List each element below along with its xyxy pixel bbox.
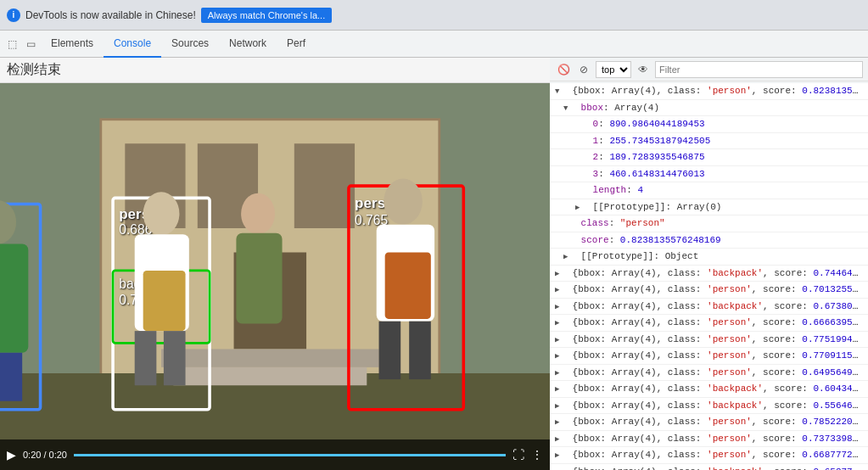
page-title: 检测结束 [7,61,61,79]
console-line-item-4[interactable]: {bbox: Array(4), class: 'person', score:… [550,315,868,332]
console-line-prototype-array[interactable]: [[Prototype]]: Array(0) [550,199,868,216]
expand-arrow [555,269,563,281]
video-container: person 0.713 person 0.686 backpack 0.727 [0,83,550,470]
svg-rect-24 [143,271,186,331]
cursor-icon[interactable]: ⬚ [3,36,20,53]
tab-performance[interactable]: Perf [277,31,316,58]
svg-rect-26 [164,331,186,385]
tab-network[interactable]: Network [219,31,277,58]
video-controls: ▶ 0:20 / 0:20 ⛶ ⋮ [0,439,550,470]
fullscreen-button[interactable]: ⛶ [512,448,524,462]
main-content: person 0.713 person 0.686 backpack 0.727 [0,83,868,470]
console-line-item-13[interactable]: {bbox: Array(4), class: 'backpack', scor… [550,464,868,471]
context-selector[interactable]: top [596,61,631,78]
play-button[interactable]: ▶ [7,448,16,462]
console-toolbar: 🚫 ⊘ top 👁 [550,58,868,81]
expand-arrow [555,285,563,297]
console-line-item-9[interactable]: {bbox: Array(4), class: 'backpack', scor… [550,398,868,415]
expand-arrow [555,384,563,396]
console-line-score[interactable]: score: 0.8238135576248169 [550,232,868,249]
progress-fill [74,454,506,456]
console-line-item-11[interactable]: {bbox: Array(4), class: 'person', score:… [550,431,868,448]
console-line-item-1[interactable]: {bbox: Array(4), class: 'backpack', scor… [550,266,868,283]
console-line-main[interactable]: {bbox: Array(4), class: 'person', score:… [550,83,868,100]
mobile-icon[interactable]: ▭ [22,36,39,53]
console-line-item-5[interactable]: {bbox: Array(4), class: 'person', score:… [550,332,868,349]
expand-arrow [555,318,563,330]
info-icon: i [7,8,20,22]
match-language-button[interactable]: Always match Chrome's la... [201,8,332,23]
console-line-bbox-length[interactable]: length: 4 [550,182,868,199]
console-line-class[interactable]: class: "person" [550,215,868,232]
svg-rect-25 [135,331,157,385]
devtools-notification-bar: i DevTools is now available in Chinese! … [0,0,868,31]
svg-point-35 [241,193,275,234]
eye-icon[interactable]: 👁 [635,61,652,78]
svg-rect-4 [294,143,355,228]
expand-arrow [555,368,563,380]
svg-rect-13 [0,244,28,353]
svg-rect-32 [385,253,431,319]
tab-elements[interactable]: Elements [41,31,104,58]
expand-arrow [555,401,563,413]
console-line-bbox[interactable]: bbox: Array(4) [550,100,868,117]
tab-sources[interactable]: Sources [161,31,219,58]
console-line-item-10[interactable]: {bbox: Array(4), class: 'person', score:… [550,414,868,431]
progress-bar[interactable] [74,454,506,456]
expand-arrow [555,434,563,446]
expand-arrow [563,104,572,115]
console-line-item-3[interactable]: {bbox: Array(4), class: 'backpack', scor… [550,299,868,316]
expand-arrow [555,417,563,429]
svg-point-30 [384,179,423,225]
expand-arrow [555,351,563,363]
console-line-item-2[interactable]: {bbox: Array(4), class: 'person', score:… [550,282,868,299]
svg-rect-34 [409,322,431,379]
expand-arrow [555,467,563,471]
console-line-bbox-3[interactable]: 3: 460.6148314476013 [550,166,868,183]
svg-rect-8 [173,367,367,385]
expand-arrow [563,252,572,264]
expand-arrow [555,450,563,462]
filter-input[interactable] [655,61,863,78]
expand-arrow [575,203,584,215]
devtools-info: i DevTools is now available in Chinese! [7,8,196,22]
console-line-bbox-0[interactable]: 0: 890.9864044189453 [550,116,868,133]
svg-point-22 [143,192,180,235]
time-display: 0:20 / 0:20 [23,450,67,460]
devtools-nav-tabs: ⬚ ▭ Elements Console Sources Network Per… [0,31,868,58]
more-options-button[interactable]: ⋮ [531,448,543,462]
console-line-prototype-obj[interactable]: [[Prototype]]: Object [550,249,868,266]
console-line-item-6[interactable]: {bbox: Array(4), class: 'person', score:… [550,348,868,365]
expand-arrow [555,87,563,98]
notification-text: DevTools is now available in Chinese! [25,9,196,21]
expand-arrow [555,302,563,314]
svg-rect-7 [161,350,379,367]
hide-network-button[interactable]: ⊘ [575,61,592,78]
console-line-item-8[interactable]: {bbox: Array(4), class: 'backpack', scor… [550,381,868,398]
tab-console[interactable]: Console [104,31,161,58]
svg-rect-15 [0,353,22,401]
console-line-item-7[interactable]: {bbox: Array(4), class: 'person', score:… [550,365,868,382]
left-panel: person 0.713 person 0.686 backpack 0.727 [0,83,550,470]
svg-rect-36 [236,233,282,324]
console-line-bbox-2[interactable]: 2: 189.7283935546875 [550,149,868,166]
svg-rect-33 [379,322,401,379]
expand-arrow [555,335,563,347]
clear-console-button[interactable]: 🚫 [555,61,572,78]
console-line-bbox-1[interactable]: 1: 255.73453187942505 [550,133,868,150]
console-line-item-12[interactable]: {bbox: Array(4), class: 'person', score:… [550,447,868,464]
console-panel: {bbox: Array(4), class: 'person', score:… [550,83,868,470]
